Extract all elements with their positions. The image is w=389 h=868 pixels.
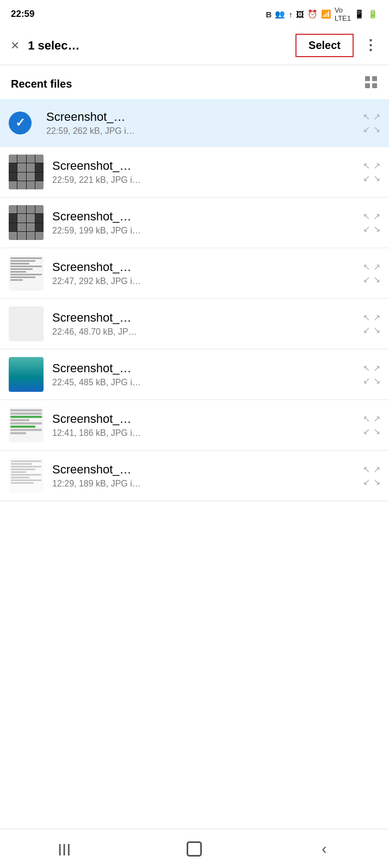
volte-icon: VoLTE1 <box>335 6 351 22</box>
expand-icon[interactable]: ↖ ↗ ↙ ↘ <box>363 262 380 285</box>
svg-rect-1 <box>372 76 377 81</box>
status-icons: B 👥 ↑ 🖼 ⏰ 📶 VoLTE1 📱 🔋 <box>266 6 378 22</box>
battery-icon: 🔋 <box>368 9 378 19</box>
home-icon <box>187 841 202 857</box>
team-icon: 👥 <box>275 9 285 19</box>
file-name: Screenshot_… <box>52 260 357 274</box>
selected-checkbox[interactable]: ✓ <box>9 112 32 134</box>
file-meta: 22:45, 485 kB, JPG i… <box>52 378 357 387</box>
file-name: Screenshot_… <box>52 463 357 477</box>
file-meta: 12:41, 186 kB, JPG i… <box>52 428 357 438</box>
back-icon: ‹ <box>322 840 326 858</box>
expand-icon[interactable]: ↖ ↗ ↙ ↘ <box>363 112 380 134</box>
file-info: Screenshot_… 22:59, 262 kB, JPG i… <box>46 110 357 136</box>
file-info: Screenshot_… 22:46, 48.70 kB, JP… <box>52 311 357 337</box>
list-item[interactable]: Screenshot_… 22:47, 292 kB, JPG i… ↖ ↗ ↙… <box>0 248 389 299</box>
signal-icon: 📱 <box>354 9 365 19</box>
file-list: ✓ Screenshot_… 22:59, 262 kB, JPG i… ↖ ↗… <box>0 99 389 501</box>
nav-home-button[interactable] <box>178 833 211 865</box>
wifi-icon: 📶 <box>321 9 331 19</box>
svg-rect-3 <box>372 83 377 88</box>
section-title: Recent files <box>11 78 72 90</box>
file-info: Screenshot_… 12:29, 189 kB, JPG i… <box>52 463 357 489</box>
file-name: Screenshot_… <box>52 311 357 325</box>
expand-icon[interactable]: ↖ ↗ ↙ ↘ <box>363 414 380 436</box>
app-bar: × 1 selec… Select ⋮ <box>0 26 389 65</box>
expand-icon[interactable]: ↖ ↗ ↙ ↘ <box>363 211 380 234</box>
expand-icon[interactable]: ↖ ↗ ↙ ↘ <box>363 363 380 386</box>
b-icon: B <box>266 10 272 19</box>
grid-view-button[interactable] <box>364 75 378 93</box>
svg-rect-0 <box>365 76 370 81</box>
list-item[interactable]: Screenshot_… 12:29, 189 kB, JPG i… ↖ ↗ ↙… <box>0 451 389 501</box>
expand-icon[interactable]: ↖ ↗ ↙ ↘ <box>363 312 380 335</box>
status-time: 22:59 <box>11 9 34 20</box>
list-item[interactable]: ✓ Screenshot_… 22:59, 262 kB, JPG i… ↖ ↗… <box>0 99 389 147</box>
nav-back-button[interactable]: ‹ <box>308 833 341 865</box>
file-thumbnail <box>9 458 44 493</box>
expand-icon[interactable]: ↖ ↗ ↙ ↘ <box>363 161 380 183</box>
file-info: Screenshot_… 22:47, 292 kB, JPG i… <box>52 260 357 286</box>
file-name: Screenshot_… <box>52 159 357 173</box>
file-thumbnail <box>9 306 44 341</box>
file-thumbnail <box>9 205 44 240</box>
close-button[interactable]: × <box>7 33 23 58</box>
file-info: Screenshot_… 22:59, 221 kB, JPG i… <box>52 159 357 185</box>
svg-rect-2 <box>365 83 370 88</box>
select-button[interactable]: Select <box>295 34 354 57</box>
file-meta: 22:46, 48.70 kB, JP… <box>52 327 357 337</box>
list-item[interactable]: Screenshot_… 12:41, 186 kB, JPG i… ↖ ↗ ↙… <box>0 400 389 451</box>
file-thumbnail <box>9 357 44 392</box>
status-bar: 22:59 B 👥 ↑ 🖼 ⏰ 📶 VoLTE1 📱 🔋 <box>0 0 389 26</box>
file-info: Screenshot_… 22:45, 485 kB, JPG i… <box>52 361 357 387</box>
bottom-nav: ||| ‹ <box>0 829 389 868</box>
list-item[interactable]: Screenshot_… 22:46, 48.70 kB, JP… ↖ ↗ ↙ … <box>0 299 389 349</box>
file-thumbnail <box>9 408 44 442</box>
selection-count-title: 1 selec… <box>28 39 295 53</box>
list-item[interactable]: Screenshot_… 22:45, 485 kB, JPG i… ↖ ↗ ↙… <box>0 349 389 400</box>
alarm-icon: ⏰ <box>307 9 318 19</box>
file-name: Screenshot_… <box>46 110 357 124</box>
checkmark-icon: ✓ <box>15 116 25 130</box>
section-header: Recent files <box>0 65 389 99</box>
image-icon: 🖼 <box>296 10 304 19</box>
expand-icon[interactable]: ↖ ↗ ↙ ↘ <box>363 464 380 487</box>
more-options-button[interactable]: ⋮ <box>359 33 382 58</box>
file-info: Screenshot_… 12:41, 186 kB, JPG i… <box>52 412 357 438</box>
file-meta: 22:47, 292 kB, JPG i… <box>52 276 357 286</box>
file-info: Screenshot_… 22:59, 199 kB, JPG i… <box>52 210 357 236</box>
file-thumbnail <box>9 256 44 291</box>
file-name: Screenshot_… <box>52 361 357 375</box>
file-name: Screenshot_… <box>52 412 357 426</box>
list-item[interactable]: Screenshot_… 22:59, 221 kB, JPG i… ↖ ↗ ↙… <box>0 147 389 198</box>
nav-menu-button[interactable]: ||| <box>48 833 81 865</box>
upload-icon: ↑ <box>288 10 293 19</box>
list-item[interactable]: Screenshot_… 22:59, 199 kB, JPG i… ↖ ↗ ↙… <box>0 198 389 248</box>
file-meta: 22:59, 199 kB, JPG i… <box>52 226 357 236</box>
file-thumbnail <box>9 155 44 189</box>
file-name: Screenshot_… <box>52 210 357 224</box>
file-meta: 12:29, 189 kB, JPG i… <box>52 479 357 489</box>
file-meta: 22:59, 221 kB, JPG i… <box>52 175 357 185</box>
file-meta: 22:59, 262 kB, JPG i… <box>46 126 357 136</box>
